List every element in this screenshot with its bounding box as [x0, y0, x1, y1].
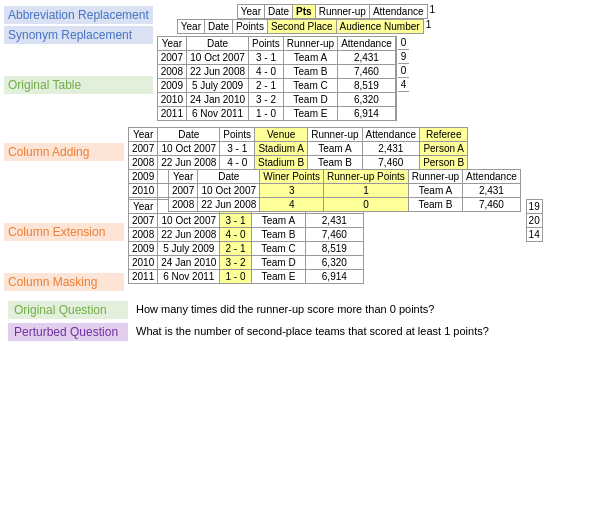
label-original-question: Original Question [8, 301, 128, 319]
synonym-table: Year Date Points Second Place Audience N… [177, 19, 424, 34]
label-synonym: Synonym Replacement [4, 26, 153, 44]
label-column-extension: Column Extension [4, 223, 124, 241]
original-question-row: Original Question How many times did the… [8, 301, 602, 319]
label-original-table: Original Table [4, 76, 153, 94]
column-extension-table: Year Date Winer Points Runner-up Points … [168, 169, 521, 212]
original-question-text: How many times did the runner-up score m… [136, 301, 434, 315]
perturbed-question-text: What is the number of second-place teams… [136, 323, 489, 337]
label-abbreviation: Abbreviation Replacement [4, 6, 153, 24]
original-table: Year Date Points Runner-up Attendance 20… [157, 36, 396, 121]
abbreviation-table: Year Date Pts Runner-up Attendance [237, 4, 428, 19]
label-column-masking: Column Masking [4, 273, 124, 291]
questions-section: Original Question How many times did the… [4, 301, 602, 341]
label-column-adding: Column Adding [4, 143, 124, 161]
perturbed-question-row: Perturbed Question What is the number of… [8, 323, 602, 341]
label-perturbed-question: Perturbed Question [8, 323, 128, 341]
